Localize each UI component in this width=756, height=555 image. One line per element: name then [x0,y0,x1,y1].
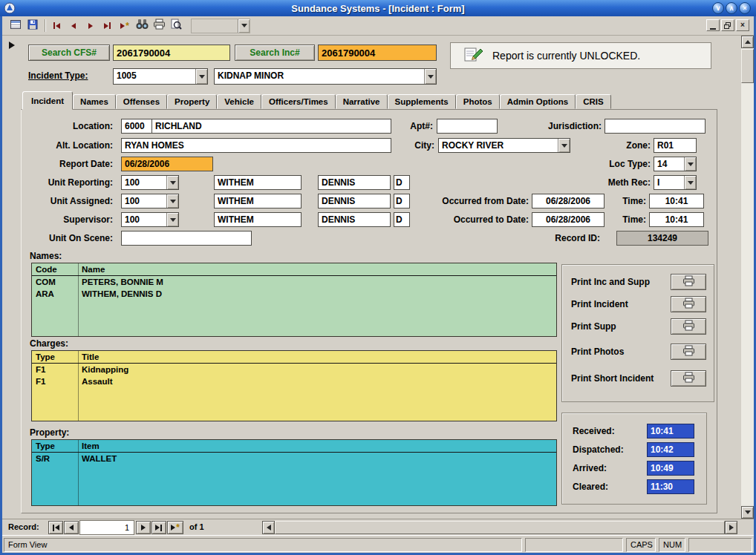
tab-property[interactable]: Property [167,94,217,109]
last-record-button[interactable] [100,18,116,33]
tab-photos[interactable]: Photos [456,94,500,109]
minimize-button[interactable]: ∨ [712,2,724,14]
supervisor-arrow-icon[interactable] [166,213,178,226]
apt-input[interactable] [437,119,498,134]
close-button[interactable]: × [739,2,751,14]
horizontal-scrollbar-thumb[interactable] [275,521,725,534]
new-record-button[interactable]: * [117,18,133,33]
print-supp-button[interactable] [671,318,706,335]
meth-rec-arrow-icon[interactable] [684,176,696,189]
toolbar-combo[interactable] [191,19,250,33]
charges-row[interactable]: F1 Assault [32,375,556,387]
find-button[interactable] [134,18,150,33]
tab-admin-options[interactable]: Admin Options [500,94,576,109]
scroll-left-button[interactable] [262,521,275,534]
form-view-button[interactable] [7,18,24,33]
occurred-to-time-input[interactable] [649,212,704,227]
occurred-from-time-input[interactable] [649,194,704,208]
names-list[interactable]: Code Name COM PETERS, BONNIE M ARA WITHE… [31,263,557,337]
search-cfs-input[interactable] [113,45,230,61]
incident-type-desc-arrow-icon[interactable] [424,69,436,84]
supervisor-mi-input[interactable] [394,212,410,227]
names-row[interactable]: COM PETERS, BONNIE M [32,276,556,288]
first-record-button[interactable] [48,18,65,33]
scroll-up-button[interactable] [741,36,754,48]
meth-rec-combo[interactable]: I [654,175,697,190]
vertical-scrollbar-thumb[interactable] [741,49,754,83]
unit-reporting-firstname-input[interactable] [318,175,391,190]
incident-type-desc-combo[interactable]: KIDNAP MINOR [214,68,437,85]
nav-previous-record-button[interactable] [64,521,79,534]
unit-assigned-combo[interactable]: 100 [121,194,179,208]
tab-offenses[interactable]: Offenses [116,94,167,109]
print-inc-and-supp-button[interactable] [671,274,706,290]
search-cfs-button[interactable]: Search CFS# [28,45,110,61]
tab-incident[interactable]: Incident [22,91,73,110]
location-number-input[interactable] [121,119,152,134]
search-inc-button[interactable]: Search Inc# [235,45,315,61]
alt-location-input[interactable] [121,138,391,153]
print-preview-button[interactable] [168,18,184,33]
print-incident-button[interactable] [671,296,706,312]
loc-type-combo[interactable]: 14 [654,157,697,171]
nav-last-record-button[interactable] [151,521,166,534]
city-combo-arrow-icon[interactable] [558,139,570,152]
save-button[interactable] [25,18,41,33]
occurred-to-date-input[interactable] [532,212,605,227]
charges-row[interactable]: F1 Kidnapping [32,364,556,375]
tab-supplements[interactable]: Supplements [388,94,456,109]
unit-assigned-mi-input[interactable] [394,194,410,208]
city-combo[interactable]: ROCKY RIVER [438,138,570,153]
tab-narrative[interactable]: Narrative [336,94,388,109]
names-row[interactable]: ARA WITHEM, DENNIS D [32,288,556,300]
child-minimize-button[interactable] [706,19,720,31]
child-restore-button[interactable] [721,19,734,31]
report-date-input[interactable] [121,157,213,171]
zone-input[interactable] [654,138,697,153]
toolbar-combo-arrow-icon[interactable] [238,19,250,33]
property-list[interactable]: Type Item S/R WALLET [31,439,557,506]
incident-type-code-combo[interactable]: 1005 [113,68,208,85]
restore-button[interactable]: ∧ [726,2,737,14]
vertical-scrollbar[interactable] [741,36,754,519]
tab-officers-times[interactable]: Officers/Times [261,94,336,109]
location-street-input[interactable] [151,119,391,134]
horizontal-scrollbar[interactable] [262,521,737,534]
nav-new-record-button[interactable]: * [167,521,183,534]
unit-reporting-lastname-input[interactable] [214,175,302,190]
next-record-button[interactable] [82,18,99,33]
supervisor-firstname-input[interactable] [318,212,391,227]
child-close-button[interactable]: × [736,19,749,31]
unit-assigned-firstname-input[interactable] [318,194,391,208]
nav-next-record-button[interactable] [136,521,151,534]
print-button[interactable] [151,18,167,33]
supervisor-lastname-input[interactable] [214,212,302,227]
unit-on-scene-input[interactable] [121,231,252,246]
first-record-icon [52,525,59,531]
unit-reporting-arrow-icon[interactable] [166,176,178,189]
nav-first-record-button[interactable] [48,521,63,534]
supervisor-combo[interactable]: 100 [121,212,179,227]
print-photos-button[interactable] [671,344,706,360]
property-row[interactable]: S/R WALLET [32,453,556,464]
jurisdiction-input[interactable] [605,119,706,134]
current-record-input[interactable] [79,520,134,535]
unit-assigned-arrow-icon[interactable] [166,194,178,208]
charges-list[interactable]: Type Title F1 Kidnapping F1 Assault [31,350,557,421]
occurred-from-date-input[interactable] [532,194,605,208]
print-short-incident-button[interactable] [671,370,706,387]
unit-reporting-mi-input[interactable] [394,175,410,190]
titlebar[interactable]: Sundance Systems - [Incident : Form] ∨ ∧… [0,0,756,16]
unit-reporting-combo[interactable]: 100 [121,175,179,190]
loc-type-combo-arrow-icon[interactable] [684,157,696,171]
scroll-down-button[interactable] [741,506,754,519]
incident-type-code-arrow-icon[interactable] [195,69,207,84]
previous-record-button[interactable] [65,18,82,33]
unit-assigned-lastname-input[interactable] [214,194,302,208]
scroll-right-button[interactable] [725,521,737,534]
tab-vehicle[interactable]: Vehicle [217,94,261,109]
tab-cris[interactable]: CRIS [576,94,610,109]
tab-names[interactable]: Names [73,94,116,109]
search-inc-input[interactable] [318,45,437,61]
lock-status-text: Report is currently UNLOCKED. [492,50,640,62]
